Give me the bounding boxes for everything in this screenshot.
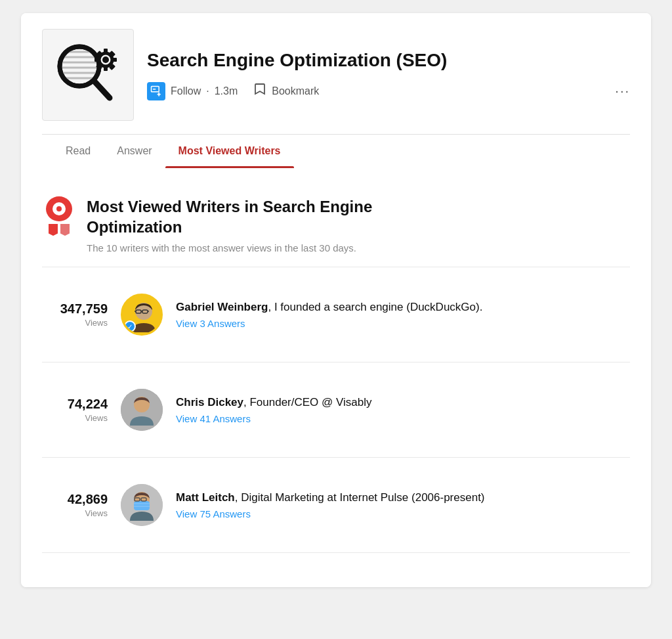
topic-top: Search Engine Optimization (SEO) [42,29,630,134]
tabs-bar: Read Answer Most Viewed Writers [42,134,630,167]
bookmark-icon [253,82,266,100]
topic-actions: Follow · 1.3m Bookmark · [147,82,630,100]
badge-circle [46,196,72,221]
follow-count: 1.3m [215,85,238,97]
seo-logo-icon [52,39,124,111]
writer-1-avatar[interactable]: ✓ [121,294,163,336]
content-section: Most Viewed Writers in Search Engine Opt… [21,175,651,587]
writer-2-tagline: , Founder/CEO @ Visably [243,396,372,408]
divider-2 [42,457,630,458]
writer-3-info: Matt Leitch, Digital Marketing at Intern… [176,491,630,519]
writer-1-name-line: Gabriel Weinberg, I founded a search eng… [176,301,630,314]
divider-1 [42,362,630,363]
writer-2-views-count: 74,224 [42,397,108,412]
tab-read[interactable]: Read [52,135,104,167]
writer-3-views: 42,869 Views [42,492,108,519]
writer-2-views: 74,224 Views [42,397,108,424]
writer-1-answers-link[interactable]: View 3 Answers [176,318,630,329]
topic-logo [42,29,134,121]
writer-3-name: Matt Leitch [176,491,235,504]
follow-svg-icon [150,85,163,98]
writer-2-name: Chris Dickey [176,396,243,408]
chris-avatar-svg [121,389,163,431]
bookmark-button[interactable]: Bookmark [253,82,319,100]
tab-most-viewed-writers[interactable]: Most Viewed Writers [165,135,294,167]
mvw-header: Most Viewed Writers in Search Engine Opt… [42,196,630,253]
writer-1-name: Gabriel Weinberg [176,301,268,313]
svg-rect-13 [112,58,117,62]
writer-1-views-label: Views [85,318,108,328]
bookmark-svg-icon [253,82,266,97]
writer-3-avatar[interactable] [121,484,163,526]
divider-3 [42,552,630,553]
writer-3-name-line: Matt Leitch, Digital Marketing at Intern… [176,491,630,504]
follow-icon [147,82,165,100]
writer-1-views: 347,759 Views [42,301,108,328]
writer-row: 347,759 Views [42,280,630,349]
svg-rect-10 [104,49,108,54]
writer-2-views-label: Views [85,413,108,423]
mvw-heading: Most Viewed Writers in Search Engine Opt… [87,196,372,237]
topic-header: Search Engine Optimization (SEO) [21,13,651,167]
main-container: Search Engine Optimization (SEO) [21,13,651,587]
writer-2-name-line: Chris Dickey, Founder/CEO @ Visably [176,396,630,409]
divider-header [42,267,630,267]
svg-rect-11 [104,66,108,71]
more-options-button[interactable]: ··· [615,83,630,99]
writer-1-tagline: , I founded a search engine (DuckDuckGo)… [268,301,482,313]
writer-3-views-label: Views [85,508,108,518]
writer-row: 42,869 Views [42,471,630,539]
topic-title-area: Search Engine Optimization (SEO) [147,49,630,100]
writer-3-tagline: , Digital Marketing at Internet Pulse (2… [235,491,485,504]
mvw-title-group: Most Viewed Writers in Search Engine Opt… [87,196,372,253]
mvw-badge-icon [42,196,76,236]
follow-label: Follow [171,85,201,97]
bookmark-label: Bookmark [272,85,319,97]
mvw-subtitle: The 10 writers with the most answer view… [87,242,372,253]
badge-ribbon [49,224,70,236]
writer-row: 74,224 Views Chris Dickey, Founder/CEO @… [42,376,630,444]
matt-avatar-svg [121,484,163,526]
writer-2-info: Chris Dickey, Founder/CEO @ Visably View… [176,396,630,424]
svg-rect-12 [94,58,100,62]
writer-2-avatar[interactable] [121,389,163,431]
writer-1-views-count: 347,759 [42,301,108,317]
writer-2-answers-link[interactable]: View 41 Answers [176,413,630,424]
writer-3-answers-link[interactable]: View 75 Answers [176,508,630,519]
writer-1-info: Gabriel Weinberg, I founded a search eng… [176,301,630,329]
svg-rect-34 [134,501,150,510]
svg-point-18 [102,56,109,63]
topic-title: Search Engine Optimization (SEO) [147,49,630,72]
tab-answer[interactable]: Answer [104,135,165,167]
writer-3-views-count: 42,869 [42,492,108,507]
follow-button[interactable]: Follow · 1.3m [147,82,238,100]
follow-dot: · [206,85,209,97]
svg-line-8 [94,81,110,98]
